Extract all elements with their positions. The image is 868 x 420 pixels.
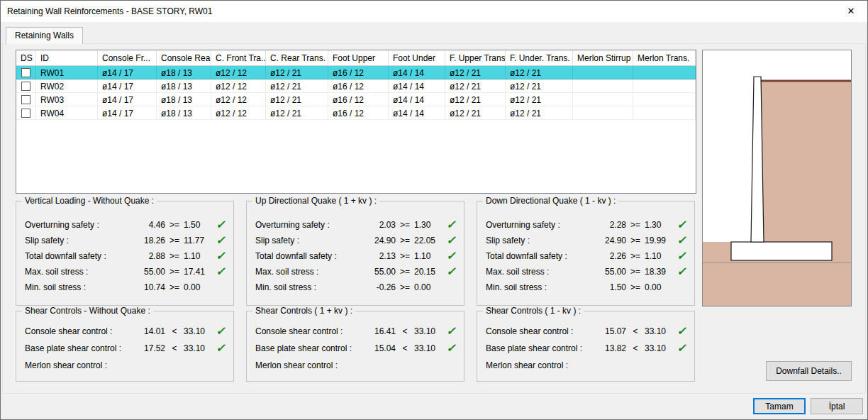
tab-retaining-walls[interactable]: Retaining Walls [6,27,83,44]
dialog: { "window": { "title": "Retaining Wall R… [0,0,868,420]
check-value: 13.82 [595,343,626,353]
column-header-console-fr[interactable]: Console Fr... [98,50,157,66]
check-label: Min. soil stress : [25,282,134,292]
reinforcement-table: DSIDConsole Fr...Console RearC. Front Tr… [16,50,696,194]
check-label: Overturning safety : [255,220,365,230]
check-row: Max. soil stress :55.00>=20.15✓ [247,264,464,280]
check-row: Console shear control :15.07<33.10✓ [477,323,694,340]
check-operator: < [396,326,414,336]
column-header-id[interactable]: ID [36,50,98,66]
check-value: 2.88 [134,251,165,261]
row-cell: ø12 / 21 [506,93,573,106]
column-header-f-upper-trans[interactable]: F. Upper Trans. [445,50,506,66]
check-limit: 1.50 [184,220,212,230]
column-header-c-rear-trans[interactable]: C. Rear Trans. [266,50,328,66]
row-cell: ø12 / 21 [266,66,328,79]
check-row: Overturning safety :2.03>=1.30✓ [247,217,464,233]
check-value: 18.26 [134,236,165,245]
row-cell: ø14 / 14 [389,106,445,120]
table-row-rw02[interactable]: RW02ø14 / 17ø18 / 13ø12 / 12ø12 / 21ø16 … [16,79,696,93]
table-row-rw01[interactable]: RW01ø14 / 17ø18 / 13ø12 / 12ø12 / 21ø16 … [16,66,696,79]
check-label: Base plate shear control : [25,343,134,353]
table-row-rw04[interactable]: RW04ø14 / 17ø18 / 13ø12 / 12ø12 / 21ø16 … [16,106,696,120]
column-header-c-front-tra[interactable]: C. Front Tra... [211,50,266,66]
check-label: Merlon shear control : [25,360,134,370]
row-cell: ø14 / 14 [389,66,445,79]
row-cell [633,79,696,93]
window-title: Retaining Wall Reinforcements - BASE STO… [7,1,212,22]
wall-footing [731,242,832,260]
row-cell: ø12 / 12 [211,66,266,79]
row-cell: ø12 / 21 [445,66,506,79]
row-checkbox[interactable] [21,95,30,104]
column-header-ds[interactable]: DS [16,50,36,66]
row-checkbox[interactable] [21,68,30,77]
check-label: Max. soil stress : [25,267,134,277]
row-cell: ø12 / 21 [506,66,573,79]
column-header-foot-under[interactable]: Foot Under [389,50,445,66]
check-limit: 33.10 [645,343,673,353]
check-operator: < [165,343,184,353]
check-value: 55.00 [595,267,626,277]
check-value: 15.04 [365,343,396,353]
cancel-button[interactable]: İptal [811,398,863,414]
row-id: RW04 [36,106,98,120]
table-row-rw03[interactable]: RW03ø14 / 17ø18 / 13ø12 / 12ø12 / 21ø16 … [16,93,696,106]
ds-cell [16,79,36,93]
column-header-f-under-trans[interactable]: F. Under. Trans. [506,50,573,66]
downfall-details-button[interactable]: Downfall Details.. [766,361,852,381]
ds-cell [16,93,36,106]
check-label: Overturning safety : [25,220,134,230]
check-value: 2.03 [365,220,396,230]
check-icon: ✓ [673,235,690,246]
check-value: 55.00 [134,267,165,277]
row-cell [573,106,633,120]
check-value: 24.90 [595,236,626,245]
close-icon[interactable]: ✕ [835,1,867,22]
ok-button[interactable]: Tamam [753,398,806,414]
check-limit: 33.10 [414,326,443,336]
column-header-merlon-stirrup[interactable]: Merlon Stirrup [573,50,633,66]
row-cell: ø14 / 17 [98,93,157,106]
check-limit: 20.15 [414,267,443,277]
row-checkbox[interactable] [21,109,30,118]
check-value: -0.26 [365,282,396,292]
row-checkbox[interactable] [21,82,30,91]
row-cell: ø14 / 17 [98,79,157,93]
check-value: 24.90 [365,236,396,245]
check-operator: >= [626,267,645,277]
check-limit: 18.39 [645,267,673,277]
check-operator: >= [165,282,184,292]
row-cell [633,66,696,79]
check-label: Slip safety : [255,236,365,245]
row-cell [633,106,696,120]
column-header-console-rear[interactable]: Console Rear [157,50,211,66]
check-value: 2.28 [595,220,626,230]
title-bar: Retaining Wall Reinforcements - BASE STO… [1,1,867,22]
column-header-merlon-trans[interactable]: Merlon Trans. [633,50,696,66]
check-operator: >= [626,251,645,261]
check-label: Total downfall safety : [25,251,134,261]
check-label: Total downfall safety : [255,251,365,261]
check-row: Total downfall safety :2.88>=1.10✓ [16,248,233,264]
column-header-foot-upper[interactable]: Foot Upper [328,50,389,66]
check-limit: 1.30 [414,220,443,230]
check-value: 2.13 [365,251,396,261]
check-limit: 1.10 [184,251,212,261]
check-label: Max. soil stress : [486,267,595,277]
check-label: Console shear control : [255,326,365,336]
check-row: Merlon shear control : [247,357,464,374]
check-row: Base plate shear control :13.82<33.10✓ [477,340,694,357]
check-limit: 0.00 [184,282,212,292]
group-box-4: Shear Controls ( 1 + kv ) :Console shear… [246,311,464,382]
row-id: RW01 [36,66,98,79]
check-row: Slip safety :18.26>=11.77✓ [16,233,233,248]
row-cell: ø12 / 21 [506,79,573,93]
row-cell: ø14 / 17 [98,66,157,79]
check-icon: ✓ [443,219,460,231]
check-limit: 1.30 [645,220,673,230]
row-cell: ø18 / 13 [157,79,211,93]
check-label: Overturning safety : [486,220,595,230]
check-limit: 33.10 [184,326,212,336]
group-box-5: Shear Controls ( 1 - kv ) :Console shear… [477,311,695,382]
